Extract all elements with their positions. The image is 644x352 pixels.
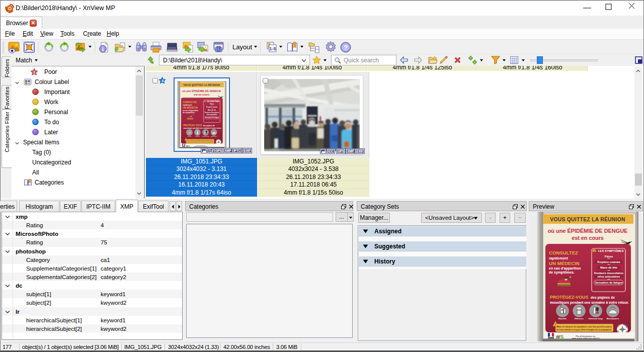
svg-text:1: 1 bbox=[33, 70, 35, 74]
svg-text:?: ? bbox=[344, 44, 348, 51]
svg-text:1-5: 1-5 bbox=[269, 46, 276, 51]
